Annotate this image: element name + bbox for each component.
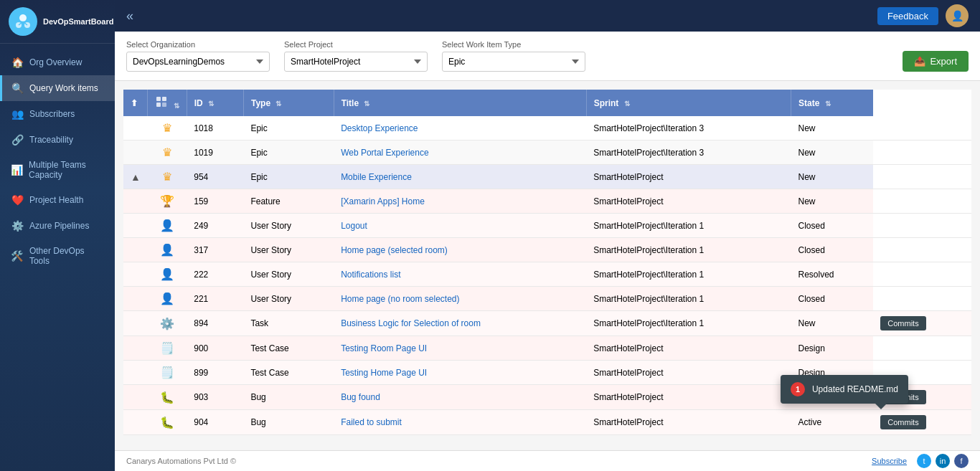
sidebar-item-azure-pipelines[interactable]: ⚙️ Azure Pipelines xyxy=(0,213,115,239)
th-sprint[interactable]: Sprint ⇅ xyxy=(586,90,791,116)
state-cell: Resolved xyxy=(791,262,873,287)
title-link[interactable]: Home page (no room selected) xyxy=(341,294,459,304)
testcase-icon: 🗒️ xyxy=(160,366,174,379)
title-cell: Desktop Experience xyxy=(334,116,586,141)
expand-cell xyxy=(123,189,148,214)
type-cell: User Story xyxy=(243,262,334,287)
subscribers-icon: 👥 xyxy=(11,108,24,120)
sidebar-item-project-health[interactable]: ❤️ Project Health xyxy=(0,187,115,213)
title-link[interactable]: Notifications list xyxy=(341,270,400,280)
collapse-arrow[interactable]: ▲ xyxy=(131,171,141,183)
title-link[interactable]: Failed to submit xyxy=(341,417,402,427)
th-state[interactable]: State ⇅ xyxy=(791,90,873,116)
table-row: 👤 317 User Story Home page (selected roo… xyxy=(123,238,971,262)
table-row: 🐛 904 Bug Failed to submit SmartHotelPro… xyxy=(123,410,971,435)
th-type[interactable]: Type ⇅ xyxy=(243,90,334,116)
sidebar-item-query-work-items[interactable]: 🔍 Query Work items xyxy=(0,75,115,101)
th-id[interactable]: ID ⇅ xyxy=(187,90,243,116)
sidebar-logo: DevOpSmartBoard xyxy=(0,0,115,44)
twitter-icon[interactable]: t xyxy=(917,454,931,468)
title-cell: Home page (no room selected) xyxy=(334,287,586,311)
epic-icon: ♛ xyxy=(162,122,172,134)
id-cell: 221 xyxy=(187,287,243,311)
sidebar-item-traceability[interactable]: 🔗 Traceability xyxy=(0,127,115,153)
other-devops-icon: 🛠️ xyxy=(11,250,24,262)
commits-button[interactable]: Commits xyxy=(880,316,925,330)
title-link[interactable]: Testing Room Page UI xyxy=(341,343,427,353)
title-link[interactable]: Web Portal Experience xyxy=(341,148,429,158)
type-cell: User Story xyxy=(243,214,334,238)
sprint-cell: SmartHotelProject\Iteration 1 xyxy=(586,238,791,262)
expand-cell[interactable] xyxy=(123,116,148,141)
commit-count: 1 xyxy=(791,382,805,396)
subscribe-link[interactable]: Subscribe xyxy=(872,457,907,465)
id-cell: 894 xyxy=(187,311,243,336)
expand-cell xyxy=(123,287,148,311)
table-row: 🗒️ 900 Test Case Testing Room Page UI Sm… xyxy=(123,336,971,361)
type-filter-select[interactable]: Epic xyxy=(442,52,585,72)
table-row: ♛ 1019 Epic Web Portal Experience SmartH… xyxy=(123,141,971,165)
type-cell: Feature xyxy=(243,189,334,214)
org-filter-group: Select Organization DevOpsLearningDemos xyxy=(126,40,270,72)
expand-cell[interactable] xyxy=(123,141,148,165)
th-icon: ⇅ xyxy=(148,90,187,116)
azure-pipelines-icon: ⚙️ xyxy=(11,220,24,232)
title-link[interactable]: Mobile Experience xyxy=(341,172,412,182)
commits-button[interactable]: Commits xyxy=(880,415,925,429)
title-link[interactable]: Logout xyxy=(341,221,367,231)
sidebar-item-multiple-teams[interactable]: 📊 Multiple Teams Capacity xyxy=(0,153,115,187)
footer-copyright: Canarys Automations Pvt Ltd © xyxy=(126,457,236,465)
th-title[interactable]: Title ⇅ xyxy=(334,90,586,116)
feedback-button[interactable]: Feedback xyxy=(877,7,938,25)
sidebar-item-label: Azure Pipelines xyxy=(29,221,89,231)
svg-rect-8 xyxy=(162,103,166,107)
task-icon: ⚙️ xyxy=(160,318,174,330)
org-overview-icon: 🏠 xyxy=(11,57,24,68)
topbar: « Feedback 👤 xyxy=(115,0,980,32)
feature-icon: 🏆 xyxy=(160,195,174,207)
export-button[interactable]: 📤 Export xyxy=(903,51,969,72)
title-link[interactable]: Home page (selected room) xyxy=(341,245,448,255)
state-cell: New xyxy=(791,165,873,189)
icon-cell: 👤 xyxy=(148,238,187,262)
facebook-icon[interactable]: f xyxy=(954,454,969,468)
expand-cell[interactable]: ▲ xyxy=(123,165,148,189)
type-cell: Task xyxy=(243,311,334,336)
expand-cell xyxy=(123,410,148,435)
state-cell: New xyxy=(791,116,873,141)
main-content: « Feedback 👤 Select Organization DevOpsL… xyxy=(115,0,980,471)
id-cell: 249 xyxy=(187,214,243,238)
logo-icon xyxy=(9,7,37,36)
sidebar-item-subscribers[interactable]: 👥 Subscribers xyxy=(0,101,115,127)
bug-icon: 🐛 xyxy=(160,417,174,429)
title-link[interactable]: [Xamarin Apps] Home xyxy=(341,196,425,206)
sprint-cell: SmartHotelProject\Iteration 3 xyxy=(586,116,791,141)
org-filter-select[interactable]: DevOpsLearningDemos xyxy=(126,52,270,72)
linkedin-icon[interactable]: in xyxy=(936,454,950,468)
icon-cell: 🗒️ xyxy=(148,361,187,385)
title-link[interactable]: Desktop Experience xyxy=(341,123,418,133)
commits-cell: Commits xyxy=(873,410,971,435)
table-row: 👤 222 User Story Notifications list Smar… xyxy=(123,262,971,287)
title-cell: Logout xyxy=(334,214,586,238)
sprint-cell: SmartHotelProject\Iteration 1 xyxy=(586,262,791,287)
sprint-cell: SmartHotelProject\Iteration 1 xyxy=(586,214,791,238)
id-cell: 159 xyxy=(187,189,243,214)
project-filter-label: Select Project xyxy=(284,40,428,49)
title-link[interactable]: Business Logic for Selection of room xyxy=(341,318,481,328)
sidebar-item-org-overview[interactable]: 🏠 Org Overview xyxy=(0,49,115,75)
title-cell: Web Portal Experience xyxy=(334,141,586,165)
project-filter-select[interactable]: SmartHotelProject xyxy=(284,52,428,72)
epic-icon: ♛ xyxy=(162,146,172,158)
project-health-icon: ❤️ xyxy=(11,194,24,206)
type-filter-label: Select Work Item Type xyxy=(442,40,585,49)
expand-cell xyxy=(123,336,148,361)
icon-cell: 👤 xyxy=(148,214,187,238)
state-cell: Active xyxy=(791,410,873,435)
title-link[interactable]: Bug found xyxy=(341,392,380,402)
collapse-button[interactable]: « xyxy=(126,9,133,24)
title-link[interactable]: Testing Home Page UI xyxy=(341,368,427,378)
icon-cell: ♛ xyxy=(148,141,187,165)
sidebar-item-other-devops[interactable]: 🛠️ Other DevOps Tools xyxy=(0,239,115,273)
user-avatar[interactable]: 👤 xyxy=(946,4,969,27)
